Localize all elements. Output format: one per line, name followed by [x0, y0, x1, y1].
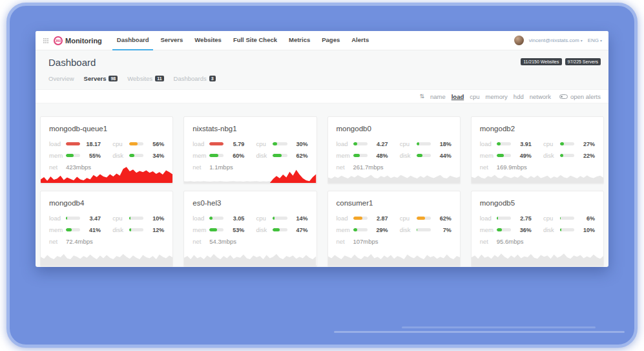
metric-row: load5.79cpu30% [192, 140, 307, 147]
server-card-mongodb-queue1[interactable]: mongodb-queue1load18.17cpu56%mem55%disk3… [40, 116, 173, 184]
metric-label-disk: disk [543, 226, 560, 233]
metric-mem: mem41% [49, 226, 101, 233]
header-badges: 11/2150 Websites 97/225 Servers [521, 58, 601, 65]
metric-value-mem: 41% [85, 227, 101, 233]
metric-row: mem29%disk7% [337, 226, 452, 233]
metric-bar-track [560, 217, 574, 220]
nav-right: vincent@nixstats.com ▾ ENG ▾ [514, 36, 602, 45]
metric-bar-fill [66, 228, 72, 231]
nav-item-metrics[interactable]: Metrics [283, 31, 316, 50]
nav-item-full-site-check[interactable]: Full Site Check [227, 31, 283, 50]
tab-label: Overview [48, 75, 74, 82]
sparkline-chart [184, 242, 316, 266]
metric-bar-fill [66, 154, 74, 157]
metric-mem: mem48% [337, 152, 388, 159]
logo-360-icon: 360 [54, 36, 63, 45]
avatar[interactable] [514, 36, 524, 45]
metric-bar-fill [560, 154, 563, 157]
metric-bar-fill [209, 228, 217, 231]
metric-label-mem: mem [480, 152, 497, 159]
sort-option-load[interactable]: load [452, 93, 464, 100]
account-email-dropdown[interactable]: vincent@nixstats.com ▾ [529, 37, 583, 43]
nav-item-servers[interactable]: Servers [154, 31, 189, 50]
metric-row: load4.27cpu18% [337, 140, 452, 147]
decorative-streak [402, 326, 596, 328]
metric-label-mem: mem [192, 226, 209, 233]
metric-load: load4.27 [337, 140, 388, 147]
sort-arrows-icon[interactable]: ⇅ [419, 93, 424, 100]
server-card-mongodb0[interactable]: mongodb0load4.27cpu18%mem48%disk44%net26… [327, 116, 461, 184]
metric-label-mem: mem [480, 226, 497, 233]
metric-row: mem49%disk22% [480, 152, 595, 159]
server-card-mongodb2[interactable]: mongodb2load3.91cpu27%mem49%disk22%net16… [471, 116, 604, 184]
metric-value-mem: 36% [515, 227, 532, 233]
metric-bar-track [417, 228, 431, 231]
server-card-nixstats-nbg1[interactable]: nixstats-nbg1load5.79cpu30%mem60%disk62%… [183, 116, 317, 184]
metric-bar-fill [560, 217, 561, 220]
open-alerts-label: open alerts [570, 93, 601, 100]
server-name: mongodb2 [480, 125, 595, 133]
metric-row: mem48%disk44% [337, 152, 452, 159]
app-grid-icon[interactable] [43, 38, 48, 43]
server-card-mongodb4[interactable]: mongodb4load3.47cpu10%mem41%disk12%net72… [40, 191, 173, 266]
server-card-mongodb5[interactable]: mongodb5load2.75cpu6%mem36%disk10%net95.… [471, 191, 604, 266]
logo[interactable]: 360 Monitoring [54, 36, 102, 45]
sort-option-hdd[interactable]: hdd [514, 93, 524, 100]
metric-label-cpu: cpu [400, 140, 417, 147]
metric-value-mem: 49% [515, 153, 532, 159]
metric-label-mem: mem [49, 152, 66, 159]
websites-count-badge[interactable]: 11/2150 Websites [521, 58, 561, 65]
metric-value-mem: 55% [85, 153, 101, 159]
metric-label-disk: disk [256, 152, 273, 159]
metric-bar-track [353, 154, 368, 157]
metric-row: load2.87cpu62% [337, 215, 452, 222]
metric-cpu: cpu62% [400, 215, 452, 222]
nav-item-pages[interactable]: Pages [316, 31, 346, 50]
metric-disk: disk47% [256, 226, 307, 233]
metric-bar-track [497, 217, 511, 220]
chevron-down-icon: ▾ [581, 38, 583, 43]
sort-option-network[interactable]: network [530, 93, 551, 100]
metric-value-cpu: 18% [435, 141, 452, 147]
metric-value-load: 3.47 [85, 215, 101, 222]
metric-cpu: cpu27% [543, 140, 595, 147]
metric-row: load3.47cpu10% [49, 215, 164, 222]
language-selector[interactable]: ENG ▾ [588, 37, 602, 43]
server-name: mongodb4 [49, 199, 164, 207]
metric-bar-track [129, 142, 143, 145]
server-card-es0-hel3[interactable]: es0-hel3load3.05cpu14%mem53%disk47%net54… [183, 191, 317, 266]
sparkline-chart [41, 165, 172, 183]
metric-value-disk: 12% [148, 227, 164, 233]
nav-item-dashboard[interactable]: Dashboard [111, 31, 155, 50]
account-email: vincent@nixstats.com [529, 37, 579, 43]
sort-option-name[interactable]: name [430, 93, 446, 100]
metric-label-load: load [480, 140, 497, 147]
metric-bar-track [353, 228, 368, 231]
metric-label-disk: disk [543, 152, 560, 159]
tab-servers[interactable]: Servers98 [84, 75, 118, 82]
open-alerts-toggle[interactable]: open alerts [559, 93, 601, 100]
metric-row: mem53%disk47% [192, 226, 307, 233]
sort-option-cpu[interactable]: cpu [470, 93, 479, 100]
metric-disk: disk22% [543, 152, 595, 159]
tab-dashboards[interactable]: Dashboards3 [174, 75, 216, 82]
server-card-consumer1[interactable]: consumer1load2.87cpu62%mem29%disk7%net10… [327, 191, 461, 266]
servers-count-badge[interactable]: 97/225 Servers [565, 58, 601, 65]
sort-option-memory[interactable]: memory [486, 93, 508, 100]
tab-websites[interactable]: Websites11 [127, 75, 163, 82]
metric-value-load: 4.27 [372, 141, 388, 147]
nav-item-websites[interactable]: Websites [189, 31, 227, 50]
metric-value-cpu: 62% [435, 215, 452, 222]
metric-cpu: cpu30% [256, 140, 307, 147]
page-title: Dashboard [48, 57, 96, 68]
metric-value-mem: 53% [228, 227, 244, 233]
metric-bar-track [273, 142, 287, 145]
nav-item-alerts[interactable]: Alerts [346, 31, 375, 50]
metric-label-mem: mem [192, 152, 209, 159]
metric-cpu: cpu10% [112, 215, 164, 222]
metric-value-mem: 48% [372, 153, 388, 159]
metric-label-disk: disk [256, 226, 273, 233]
tab-overview[interactable]: Overview [48, 75, 74, 82]
metric-row: mem36%disk10% [480, 226, 595, 233]
metric-bar-track [209, 228, 223, 231]
